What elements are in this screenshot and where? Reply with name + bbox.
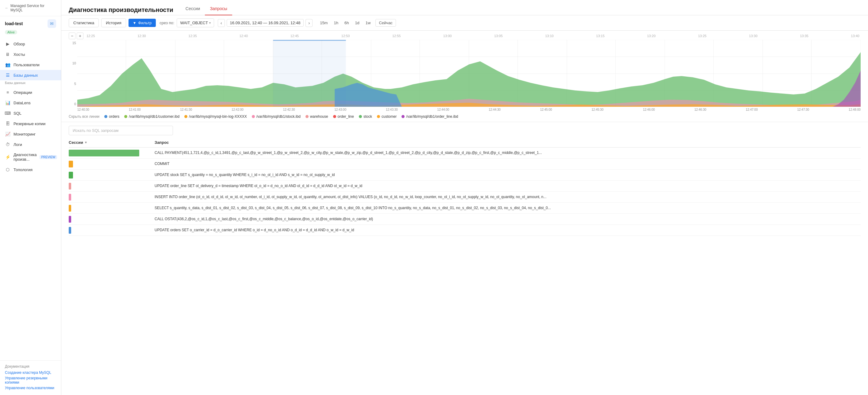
filter-label: Фильтр <box>138 21 152 25</box>
filter-button[interactable]: ▼ Фильтр <box>128 19 156 27</box>
sidebar-item-label: DataLens <box>13 100 31 105</box>
table-row[interactable]: INSERT INTO order_line (ol_o_id, ol_d_id… <box>69 192 861 203</box>
timeline-label: 13:35 <box>800 34 808 38</box>
x-label: 12:45:00 <box>540 108 552 111</box>
sidebar-item-label: Операции <box>13 90 32 95</box>
query-text: UPDATE stock SET s_quantity = no_s_quant… <box>155 172 861 178</box>
col-header-query: Запрос <box>155 140 861 145</box>
sidebar: ← Managed Service for MySQL load-test ✉ … <box>0 0 61 395</box>
range-1w[interactable]: 1w <box>363 19 373 26</box>
session-bar <box>69 161 73 168</box>
session-bar <box>69 194 71 201</box>
sidebar-item-hosts[interactable]: 🖥 Хосты <box>0 49 61 60</box>
session-bar-cell <box>69 172 155 179</box>
range-6h[interactable]: 6h <box>342 19 351 26</box>
x-label: 12:47:00 <box>746 108 758 111</box>
tab-sessions[interactable]: Сессии <box>181 5 205 15</box>
docs-link-create-cluster[interactable]: Создание кластера MySQL <box>5 370 56 375</box>
table-row[interactable]: COMMIT <box>69 158 861 170</box>
legend-item-order-line[interactable]: order_line <box>333 114 354 119</box>
sidebar-item-operations[interactable]: ≡ Операции <box>0 87 61 97</box>
col-header-sessions[interactable]: Сессии ▼ <box>69 140 155 145</box>
x-label: 12:43:30 <box>386 108 398 111</box>
table-row[interactable]: UPDATE stock SET s_quantity = no_s_quant… <box>69 170 861 181</box>
sidebar-item-label: Логи <box>13 142 22 147</box>
sidebar-item-databases[interactable]: ☰ Базы данных <box>0 70 61 80</box>
sidebar-item-users[interactable]: 👥 Пользователи <box>0 60 61 70</box>
timeline-label: 13:15 <box>596 34 605 38</box>
cluster-status-area: Alive <box>0 29 61 37</box>
sidebar-item-diagnostics[interactable]: ⚡ Диагностика произв... PREVIEW <box>0 150 61 164</box>
legend-color-order-line <box>333 115 336 118</box>
svg-rect-27 <box>273 40 346 41</box>
session-bar <box>69 172 73 179</box>
sidebar-item-label: SQL <box>13 111 22 116</box>
table-row[interactable]: CALL OSTAT(436,2,@os_c_id,1,@os_c_last,@… <box>69 214 861 225</box>
sidebar-item-overview[interactable]: ▶ Обзор <box>0 39 61 49</box>
timeline-label: 13:30 <box>749 34 757 38</box>
range-15m[interactable]: 15m <box>317 19 330 26</box>
operations-icon: ≡ <box>5 90 10 95</box>
zoom-controls: − + <box>69 32 84 39</box>
timeline-label: 13:00 <box>443 34 452 38</box>
legend-color-orderline-ibd <box>402 115 405 118</box>
time-navigation: ‹ 16.09.2021, 12:40 — 16.09.2021, 12:48 … <box>218 19 313 27</box>
slice-select[interactable]: WAIT_OBJECT ▾ <box>177 19 214 27</box>
legend-item-stock[interactable]: stock <box>359 114 372 119</box>
timeline-label: 12:45 <box>290 34 299 38</box>
sessions-col-label: Сессии <box>69 140 83 145</box>
stat-button[interactable]: Статистика <box>69 19 99 27</box>
sidebar-back-button[interactable]: ← Managed Service for MySQL <box>0 0 61 16</box>
legend-item-customer[interactable]: customer <box>377 114 397 119</box>
now-button[interactable]: Сейчас <box>375 19 396 27</box>
query-text: INSERT INTO order_line (ol_o_id, ol_d_id… <box>155 194 861 200</box>
docs-link-users[interactable]: Управление пользователями <box>5 386 56 390</box>
query-table-header: Сессии ▼ Запрос <box>69 138 861 148</box>
sidebar-item-topology[interactable]: ⬡ Топология <box>0 164 61 175</box>
docs-link-backups[interactable]: Управление резервными копиями <box>5 376 56 385</box>
legend-item-warehouse[interactable]: warehouse <box>306 114 328 119</box>
sidebar-item-sql[interactable]: ⌨ SQL <box>0 108 61 118</box>
sidebar-item-backups[interactable]: 🗄 Резервные копии <box>0 118 61 129</box>
legend-item-orders[interactable]: orders <box>104 114 119 119</box>
status-badge: Alive <box>5 30 17 34</box>
x-label: 12:42:00 <box>231 108 244 111</box>
sidebar-item-monitoring[interactable]: 📈 Мониторинг <box>0 129 61 139</box>
table-row[interactable]: CALL PAYMENT(451,1,721,4,@p_c_id,1,3491,… <box>69 148 861 158</box>
history-button[interactable]: История <box>101 19 126 27</box>
sidebar-item-logs[interactable]: ⏱ Логи <box>0 139 61 150</box>
range-1d[interactable]: 1d <box>352 19 362 26</box>
query-table-body: CALL PAYMENT(451,1,721,4,@p_c_id,1,3491,… <box>69 148 861 236</box>
legend-color-stock-ibd <box>252 115 255 118</box>
legend-color-stock <box>359 115 362 118</box>
cluster-icon[interactable]: ✉ <box>48 19 56 28</box>
svg-rect-26 <box>273 40 346 107</box>
hide-all-lines-button[interactable]: Скрыть все линии <box>69 114 99 119</box>
tab-queries[interactable]: Запросы <box>205 5 232 15</box>
range-1h[interactable]: 1h <box>331 19 340 26</box>
timeline-label: 12:30 <box>137 34 146 38</box>
sidebar-item-datalens[interactable]: 📊 DataLens <box>0 97 61 108</box>
table-row[interactable]: UPDATE orders SET o_carrier_id = d_o_car… <box>69 225 861 236</box>
cluster-info: load-test ✉ <box>0 16 61 29</box>
legend-item-customer-ibd[interactable]: /var/lib/mysql/db1/customer.ibd <box>124 114 179 119</box>
zoom-out-button[interactable]: − <box>69 32 75 39</box>
cluster-name: load-test <box>5 21 23 26</box>
time-next-button[interactable]: › <box>306 19 313 27</box>
y-label-10: 10 <box>69 61 76 65</box>
table-row[interactable]: SELECT s_quantity, s_data, s_dist_01, s_… <box>69 203 861 214</box>
diagnostics-icon: ⚡ <box>5 155 10 159</box>
table-row[interactable]: UPDATE order_line SET ol_delivery_d = ti… <box>69 181 861 192</box>
y-label-5: 5 <box>69 82 76 86</box>
timeline-label: 13:20 <box>647 34 656 38</box>
preview-badge: PREVIEW <box>39 155 57 159</box>
search-input[interactable] <box>69 126 173 135</box>
zoom-in-button[interactable]: + <box>77 32 84 39</box>
legend-item-binlog[interactable]: /var/lib/mysql/mysql-bin-log-XXXXX <box>184 114 247 119</box>
timeline-label: 12:40 <box>239 34 248 38</box>
logs-icon: ⏱ <box>5 142 10 147</box>
legend-item-orderline-ibd[interactable]: /var/lib/mysql/db1/order_line.ibd <box>402 114 458 119</box>
databases-icon: ☰ <box>5 73 10 78</box>
time-prev-button[interactable]: ‹ <box>218 19 225 27</box>
legend-item-stock-ibd[interactable]: /var/lib/mysql/db1/stock.ibd <box>252 114 301 119</box>
